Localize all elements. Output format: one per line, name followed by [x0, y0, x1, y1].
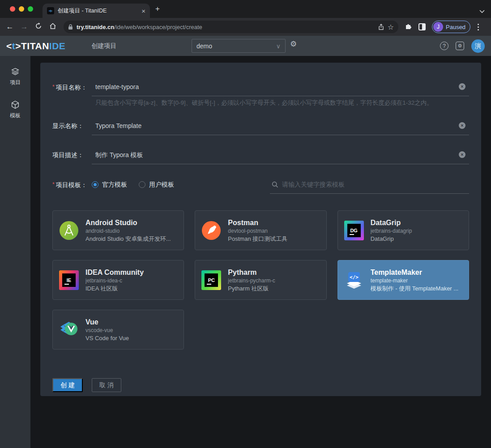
- workspace-settings-gear-icon[interactable]: ⚙: [290, 39, 297, 48]
- card-desc: IDEA 社区版: [85, 285, 177, 293]
- browser-tab[interactable]: ‹t› 创建项目 - TitanIDE ×: [43, 4, 150, 18]
- project-name-value: template-typora: [95, 83, 139, 90]
- svg-text:</>: </>: [350, 274, 359, 280]
- titanide-logo[interactable]: <t>TITANIDE: [6, 41, 65, 51]
- clear-icon[interactable]: ×: [459, 151, 465, 158]
- url-path: /ide/web/workspace/project/create: [114, 24, 202, 30]
- create-project-panel: *项目名称： template-typora × 只能包含小写字母[a-z]、数…: [40, 63, 481, 396]
- side-panel-icon[interactable]: [418, 23, 426, 30]
- template-card-postman[interactable]: Postman devtool-postman Postman 接口测试工具: [195, 210, 326, 250]
- project-desc-row: 项目描述： 制作 Typora 模板 ×: [52, 150, 469, 164]
- window-zoom-button[interactable]: [28, 6, 33, 12]
- app-header: <t>TITANIDE 创建项目 demo ∨ ⚙ ? ⚙ 演: [0, 36, 491, 56]
- sidebar-item-templates[interactable]: 模板: [0, 97, 30, 122]
- display-name-input[interactable]: Typora Template ×: [92, 121, 469, 135]
- extensions-puzzle-icon[interactable]: [405, 22, 412, 32]
- project-name-label: *项目名称：: [52, 82, 92, 92]
- card-desc: Android Studio 安卓集成开发环...: [85, 235, 177, 243]
- card-title: IDEA Community: [85, 268, 177, 277]
- favicon-icon: ‹t›: [47, 7, 54, 14]
- required-asterisk: *: [52, 181, 55, 188]
- help-icon[interactable]: ?: [440, 42, 448, 50]
- display-name-value: Typora Template: [95, 122, 141, 129]
- clear-icon[interactable]: ×: [459, 122, 465, 129]
- layers-icon: [10, 67, 20, 77]
- radio-official-template[interactable]: 官方模板: [92, 179, 127, 189]
- workspace-select-value: demo: [196, 43, 212, 50]
- display-name-row: 显示名称： Typora Template ×: [52, 121, 469, 135]
- home-button[interactable]: [46, 22, 60, 32]
- template-card-android-studio[interactable]: Android Studio android-studio Android St…: [52, 210, 184, 250]
- console-settings-icon[interactable]: ⚙: [456, 42, 464, 50]
- template-card-grid: Android Studio android-studio Android St…: [52, 210, 469, 350]
- sidebar-item-label: 模板: [10, 112, 21, 119]
- form-actions: 创 建 取 消: [52, 378, 469, 392]
- radio-selected-icon: [92, 181, 98, 188]
- templatemaker-icon: </>: [344, 270, 364, 290]
- idea-icon: IE: [59, 270, 79, 290]
- project-desc-value: 制作 Typora 模板: [95, 151, 143, 158]
- project-name-hint: 只能包含小写字母[a-z]、数字[0-9]、破折号[-]，必须以小写字母开头，必…: [95, 99, 469, 107]
- bookmark-star-icon[interactable]: ☆: [388, 23, 394, 31]
- new-tab-button[interactable]: +: [155, 6, 160, 12]
- browser-menu-icon[interactable]: [478, 24, 479, 30]
- template-card-datagrip[interactable]: DG DataGrip jetbrains-datagrip DataGrip: [337, 210, 469, 250]
- chevron-down-icon: ∨: [276, 43, 281, 50]
- card-name: jetbrains-datagrip: [371, 227, 462, 235]
- cancel-button[interactable]: 取 消: [92, 378, 121, 392]
- card-name: vscode-vue: [85, 327, 177, 334]
- project-desc-input[interactable]: 制作 Typora 模板 ×: [92, 150, 469, 164]
- card-desc: DataGrip: [371, 235, 462, 243]
- android-studio-icon: [59, 221, 79, 240]
- vue-vscode-icon: [59, 320, 79, 340]
- address-bar[interactable]: try.titanide.cn/ide/web/workspace/projec…: [64, 21, 398, 33]
- card-name: jetbrains-pycharm-c: [228, 277, 320, 285]
- card-desc: Pytharm 社区版: [228, 285, 320, 293]
- card-name: template-maker: [371, 277, 462, 285]
- search-icon: [272, 181, 278, 188]
- cube-icon: [10, 100, 20, 110]
- template-card-pytharm[interactable]: PC Pytharm jetbrains-pycharm-c Pytharm 社…: [195, 260, 326, 300]
- forward-button[interactable]: →: [17, 22, 31, 31]
- logo-bracket-left: <: [6, 41, 12, 51]
- project-name-input[interactable]: template-typora ×: [92, 82, 469, 96]
- logo-bracket-right: >: [15, 41, 21, 51]
- browser-toolbar: ← → try.titanide.cn/ide/web/workspace/pr…: [0, 18, 491, 36]
- logo-ide: IDE: [49, 41, 66, 51]
- window-minimize-button[interactable]: [19, 6, 24, 12]
- card-title: TemplateMaker: [371, 268, 462, 277]
- project-template-row: *项目模板： 官方模板 用户模板 请输入关键字搜索模板: [52, 179, 469, 194]
- card-title: Pytharm: [228, 268, 320, 277]
- template-search-input[interactable]: 请输入关键字搜索模板: [270, 179, 469, 194]
- sidebar-item-projects[interactable]: 项目: [0, 64, 30, 89]
- reload-button[interactable]: [31, 22, 46, 32]
- postman-icon: [201, 221, 221, 240]
- lock-icon[interactable]: [68, 24, 73, 30]
- create-button[interactable]: 创 建: [52, 378, 83, 392]
- tab-search-chevron-icon[interactable]: [479, 7, 485, 15]
- clear-icon[interactable]: ×: [459, 83, 465, 90]
- project-desc-label: 项目描述：: [52, 150, 92, 160]
- profile-avatar: J: [433, 22, 443, 32]
- share-icon[interactable]: [378, 24, 384, 30]
- tab-close-icon[interactable]: ×: [141, 8, 145, 14]
- page-title: 创建项目: [91, 42, 116, 50]
- profile-button[interactable]: J Paused: [432, 21, 470, 33]
- user-avatar[interactable]: 演: [471, 39, 485, 53]
- pycharm-icon: PC: [201, 270, 221, 290]
- workspace-select[interactable]: demo ∨: [192, 39, 286, 53]
- project-name-row: *项目名称： template-typora ×: [52, 82, 469, 96]
- display-name-label: 显示名称：: [52, 121, 92, 131]
- radio-user-template[interactable]: 用户模板: [139, 179, 174, 189]
- window-close-button[interactable]: [10, 6, 15, 12]
- template-card-idea-community[interactable]: IE IDEA Community jetbrains-idea-c IDEA …: [52, 260, 184, 300]
- template-card-vue[interactable]: Vue vscode-vue VS Code for Vue: [52, 310, 184, 350]
- card-name: jetbrains-idea-c: [85, 277, 177, 285]
- card-title: DataGrip: [371, 218, 462, 227]
- card-desc: 模板制作 - 使用 TemplateMaker ...: [371, 285, 462, 293]
- tab-title: 创建项目 - TitanIDE: [58, 7, 138, 15]
- browser-window: ‹t› 创建项目 - TitanIDE × + ← → try.titanide…: [0, 0, 491, 448]
- card-title: Postman: [228, 218, 320, 227]
- back-button[interactable]: ←: [3, 22, 17, 31]
- template-card-templatemaker[interactable]: </> TemplateMaker template-maker 模板制作 - …: [337, 260, 469, 300]
